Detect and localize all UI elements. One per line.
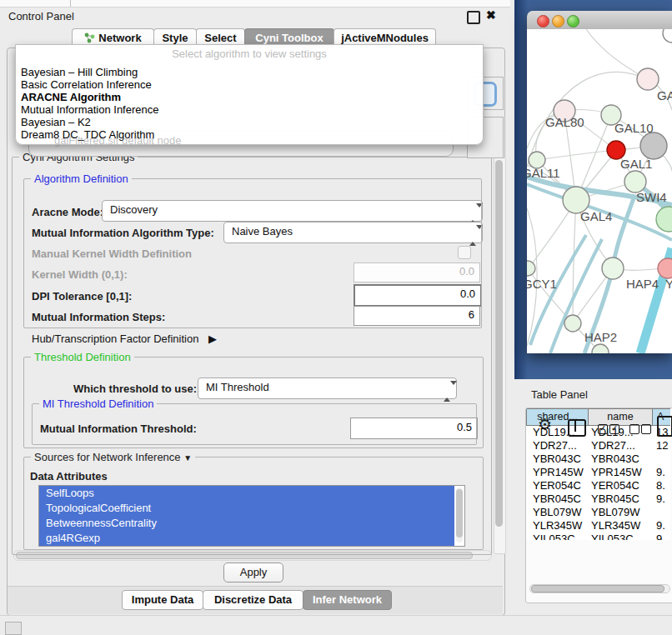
- deselect-all-checkbox-icon[interactable]: [629, 424, 639, 434]
- node-label: GAL10: [614, 121, 654, 135]
- network-node[interactable]: [527, 261, 535, 276]
- tab-label: Infer Network: [313, 593, 382, 606]
- export-table-icon[interactable]: [657, 416, 672, 437]
- algorithm-definition-group: Algorithm Definition: [23, 178, 482, 328]
- deselect-all-checkbox-icon[interactable]: [641, 424, 651, 434]
- network-node[interactable]: [640, 132, 667, 159]
- table-cell: YBL079W: [588, 506, 652, 519]
- node-label: GCY1: [527, 277, 557, 291]
- tab-label: Select: [204, 32, 236, 44]
- table-cell: YER054C: [588, 479, 652, 492]
- algorithm-option[interactable]: Mutual Information Inference: [16, 103, 483, 116]
- select-all-checkbox-icon[interactable]: ✓: [609, 424, 619, 434]
- scrollbar-thumb[interactable]: [531, 585, 664, 592]
- table-cell: YBR045C: [526, 492, 588, 506]
- collapse-arrow-icon[interactable]: ▼: [183, 453, 192, 462]
- network-window[interactable]: GALGAL80GAL10GAL1GAL11SWI4GAL4GCY1HAP4YH…: [527, 11, 672, 353]
- network-node[interactable]: [602, 258, 624, 279]
- ghost-combo-text: galFiltered.sif default node: [54, 134, 181, 147]
- gear-icon[interactable]: ⚙: [538, 415, 552, 434]
- apply-button[interactable]: Apply: [223, 562, 283, 582]
- dropdown-hint: Select algorithm to view settings: [16, 48, 483, 60]
- table-row[interactable]: YDR27...YDR27...12: [526, 439, 670, 452]
- table-cell: 9.: [652, 492, 670, 506]
- column-header[interactable]: name: [588, 408, 652, 426]
- tab-discretize-data[interactable]: Discretize Data: [203, 590, 303, 610]
- group-legend: MI Threshold Definition: [39, 398, 157, 410]
- node-label: GAL11: [527, 166, 560, 180]
- node-label: SWI4: [636, 190, 667, 204]
- network-canvas[interactable]: GALGAL80GAL10GAL1GAL11SWI4GAL4GCY1HAP4YH…: [527, 29, 672, 353]
- table-cell: [652, 506, 670, 519]
- minimized-panel-icon[interactable]: [5, 622, 22, 635]
- node-label: HAP4: [626, 277, 659, 291]
- zoom-traffic-light-icon[interactable]: [567, 15, 579, 28]
- sources-group: Sources for Network Inference ▼: [23, 457, 484, 550]
- network-node[interactable]: [564, 315, 581, 332]
- table-cell: YBR043C: [588, 452, 652, 466]
- table-row[interactable]: YBR045CYBR045C9.: [526, 492, 670, 506]
- network-node[interactable]: [637, 68, 659, 90]
- table-cell: YDR27...: [588, 439, 652, 452]
- node-label: Y: [665, 277, 672, 291]
- tab-label: Network: [98, 32, 141, 44]
- table-panel: ⚙ ✓ ✓ shared...nameA YDL19...YDL19...13Y…: [525, 408, 672, 603]
- table-cell: YPR145W: [526, 466, 588, 479]
- tab-infer-network[interactable]: Infer Network: [303, 590, 392, 610]
- table-cell: YIL053C: [526, 532, 588, 540]
- scrollbar-thumb[interactable]: [495, 160, 503, 527]
- close-traffic-light-icon[interactable]: [537, 15, 549, 28]
- group-legend: Sources for Network Inference ▼: [31, 451, 195, 463]
- table-row[interactable]: YPR145WYPR145W9.: [526, 466, 670, 479]
- select-all-checkbox-icon[interactable]: ✓: [598, 424, 608, 434]
- table-row[interactable]: YBR043CYBR043C: [526, 452, 670, 466]
- network-node[interactable]: [658, 258, 672, 278]
- group-legend: Threshold Definition: [31, 351, 134, 363]
- node-label: GAL80: [545, 115, 584, 129]
- table-body: YDL19...YDL19...13YDR27...YDR27...12YBR0…: [526, 426, 670, 540]
- table-row[interactable]: YLR345WYLR345W9.: [526, 519, 670, 532]
- minimize-traffic-light-icon[interactable]: [552, 15, 564, 28]
- table-cell: 8.: [652, 479, 670, 492]
- algorithm-list: Bayesian – Hill ClimbingBasic Correlatio…: [16, 66, 483, 141]
- group-legend: Algorithm Definition: [31, 172, 132, 185]
- table-cell: YLR345W: [526, 519, 588, 532]
- algorithm-option[interactable]: Basic Correlation Inference: [16, 78, 483, 91]
- network-window-titlebar[interactable]: [527, 11, 672, 30]
- dock-strip-divider: [70, 0, 71, 7]
- tab-label: Cyni Toolbox: [255, 32, 323, 44]
- algorithm-option[interactable]: ARACNE Algorithm: [16, 91, 483, 103]
- network-node[interactable]: [663, 29, 672, 42]
- mi-threshold-group: MI Threshold Definition: [32, 403, 477, 445]
- sources-legend-text: Sources for Network Inference: [34, 451, 181, 463]
- tab-label: Discretize Data: [214, 593, 292, 606]
- table-cell: YLR345W: [588, 519, 652, 532]
- table-row[interactable]: YER054CYER054C8.: [526, 479, 670, 492]
- desktop-shadow-edge: [514, 0, 528, 379]
- tab-label: jActiveMNodules: [341, 32, 429, 44]
- tab-impute-data[interactable]: Impute Data: [122, 590, 203, 610]
- float-window-icon[interactable]: [467, 11, 480, 24]
- table-panel-title: Table Panel: [531, 388, 588, 401]
- tab-label: Style: [162, 32, 188, 44]
- settings-vertical-scrollbar[interactable]: [494, 158, 506, 554]
- table-horizontal-scrollbar[interactable]: [529, 584, 670, 593]
- table-row[interactable]: YIL053CYIL053C9: [526, 532, 670, 540]
- tab-label: Impute Data: [132, 593, 193, 606]
- table-cell: 9: [652, 532, 670, 540]
- algorithm-option[interactable]: Bayesian – Hill Climbing: [16, 66, 483, 78]
- network-node[interactable]: [656, 207, 672, 232]
- table-cell: YBR043C: [526, 452, 588, 466]
- close-icon[interactable]: ✖: [486, 8, 496, 22]
- table-cell: 9.: [652, 466, 670, 479]
- table-cell: YBR045C: [588, 492, 652, 506]
- algorithm-option[interactable]: Bayesian – K2: [16, 116, 483, 128]
- table-row[interactable]: YBL079WYBL079W: [526, 506, 670, 519]
- status-bar-divider: [0, 615, 672, 616]
- panel-title: Control Panel: [8, 10, 74, 22]
- table-cell: 9.: [652, 519, 670, 532]
- table-cell: YBL079W: [526, 506, 588, 519]
- table-cell: YER054C: [526, 479, 588, 492]
- table-cell: 12: [652, 439, 670, 452]
- columns-icon[interactable]: [568, 419, 586, 437]
